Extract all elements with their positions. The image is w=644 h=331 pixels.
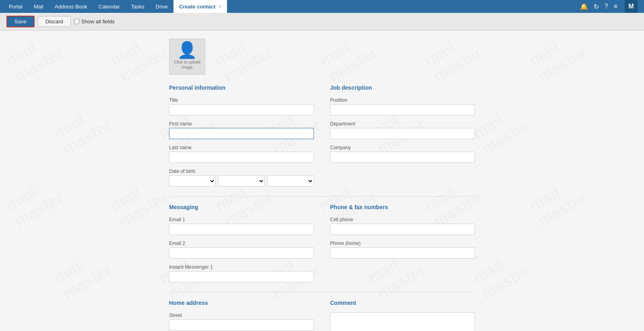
help-icon[interactable]: ?: [605, 3, 608, 10]
dob-day-select[interactable]: for(let i=1;i<=31;i++) document.write(`<…: [218, 175, 265, 187]
email2-field-group: Email 2: [169, 241, 314, 259]
divider-1: [169, 196, 475, 197]
close-tab-icon[interactable]: ✕: [218, 4, 221, 9]
home-phone-field-group: Phone (home): [330, 241, 475, 259]
comment-col: Comment: [330, 300, 475, 331]
company-label: Company: [330, 145, 475, 150]
job-description-title: Job description: [330, 84, 475, 93]
nav-tasks[interactable]: Tasks: [126, 0, 150, 13]
address-comment-row: Home address Street Postcode Comment: [169, 300, 475, 331]
divider-2: [169, 292, 475, 292]
title-label: Title: [169, 97, 314, 103]
last-name-field-group: Last name: [169, 145, 314, 163]
home-phone-label: Phone (home): [330, 241, 475, 246]
department-field-group: Department: [330, 121, 475, 139]
title-input[interactable]: [169, 104, 314, 115]
dob-month-select[interactable]: JanuaryFebruaryMarch AprilMayJune JulyAu…: [169, 175, 216, 187]
avatar-upload-text: Click to upload image: [169, 58, 205, 72]
email2-input[interactable]: [169, 247, 314, 259]
email1-input[interactable]: [169, 224, 314, 235]
first-name-input[interactable]: [169, 128, 314, 139]
show-all-fields-label[interactable]: Show all fields: [74, 19, 115, 25]
nav-calendar[interactable]: Calendar: [93, 0, 126, 13]
department-input[interactable]: [330, 128, 475, 139]
main-content: mailmaster mailmaster mailmaster mailmas…: [0, 31, 644, 331]
nav-mail[interactable]: Mail: [28, 0, 49, 13]
avatar-upload[interactable]: 👤 Click to upload image: [169, 39, 205, 75]
nav-portal[interactable]: Portal: [3, 0, 28, 13]
refresh-icon[interactable]: ↻: [594, 3, 599, 10]
form-container: 👤 Click to upload image Personal informa…: [169, 39, 475, 331]
cell-phone-input[interactable]: [330, 224, 475, 235]
im1-field-group: Instant Messenger 1: [169, 264, 314, 282]
im1-label: Instant Messenger 1: [169, 264, 314, 270]
show-all-fields-checkbox[interactable]: [74, 19, 79, 24]
company-input[interactable]: [330, 152, 475, 163]
street-label: Street: [169, 312, 314, 318]
nav-drive[interactable]: Drive: [150, 0, 173, 13]
email1-field-group: Email 1: [169, 217, 314, 235]
dob-label: Date of birth: [169, 169, 314, 174]
first-name-field-group: First name: [169, 121, 314, 139]
personal-job-row: Personal information Title First name La…: [169, 84, 475, 192]
avatar-silhouette-icon: 👤: [177, 42, 197, 58]
messaging-title: Messaging: [169, 204, 314, 212]
home-address-col: Home address Street Postcode: [169, 300, 314, 331]
im1-input[interactable]: [169, 271, 314, 282]
last-name-label: Last name: [169, 145, 314, 150]
home-address-title: Home address: [169, 300, 314, 308]
comment-title: Comment: [330, 300, 475, 308]
phone-fax-title: Phone & fax numbers: [330, 204, 475, 212]
last-name-input[interactable]: [169, 152, 314, 163]
bell-icon[interactable]: 🔔: [580, 3, 588, 10]
dob-selects: JanuaryFebruaryMarch AprilMayJune JulyAu…: [169, 175, 314, 187]
menu-icon[interactable]: ≡: [614, 3, 617, 10]
nav-items: Portal Mail Address Book Calendar Tasks …: [3, 0, 580, 13]
first-name-label: First name: [169, 121, 314, 127]
department-label: Department: [330, 121, 475, 127]
dob-field-group: Date of birth JanuaryFebruaryMarch April…: [169, 169, 314, 187]
messaging-col: Messaging Email 1 Email 2 Instant Messen…: [169, 204, 314, 288]
email1-label: Email 1: [169, 217, 314, 222]
cell-phone-field-group: Cell phone: [330, 217, 475, 235]
nav-address-book[interactable]: Address Book: [49, 0, 93, 13]
position-label: Position: [330, 97, 475, 103]
email2-label: Email 2: [169, 241, 314, 246]
cell-phone-label: Cell phone: [330, 217, 475, 222]
logo: M: [625, 0, 638, 13]
street-field-group: Street: [169, 312, 314, 331]
company-field-group: Company: [330, 145, 475, 163]
home-phone-input[interactable]: [330, 247, 475, 259]
toolbar: Save Discard Show all fields: [0, 13, 644, 31]
top-navigation: Portal Mail Address Book Calendar Tasks …: [0, 0, 644, 13]
personal-info-title: Personal information: [169, 84, 314, 93]
personal-info-col: Personal information Title First name La…: [169, 84, 314, 192]
phone-fax-col: Phone & fax numbers Cell phone Phone (ho…: [330, 204, 475, 288]
position-input[interactable]: [330, 104, 475, 115]
job-description-col: Job description Position Department Comp…: [330, 84, 475, 192]
nav-create-contact[interactable]: Create contact ✕: [173, 0, 227, 13]
messaging-phone-row: Messaging Email 1 Email 2 Instant Messen…: [169, 204, 475, 288]
dob-year-select[interactable]: for(let y=new Date().getFullYear();y>=19…: [267, 175, 314, 187]
save-button[interactable]: Save: [6, 16, 35, 27]
title-field-group: Title: [169, 97, 314, 115]
position-field-group: Position: [330, 97, 475, 115]
street-input[interactable]: [169, 319, 314, 331]
comment-textarea[interactable]: [330, 312, 475, 331]
nav-right-icons: 🔔 ↻ ? ≡ M: [580, 0, 641, 13]
discard-button[interactable]: Discard: [38, 16, 71, 27]
